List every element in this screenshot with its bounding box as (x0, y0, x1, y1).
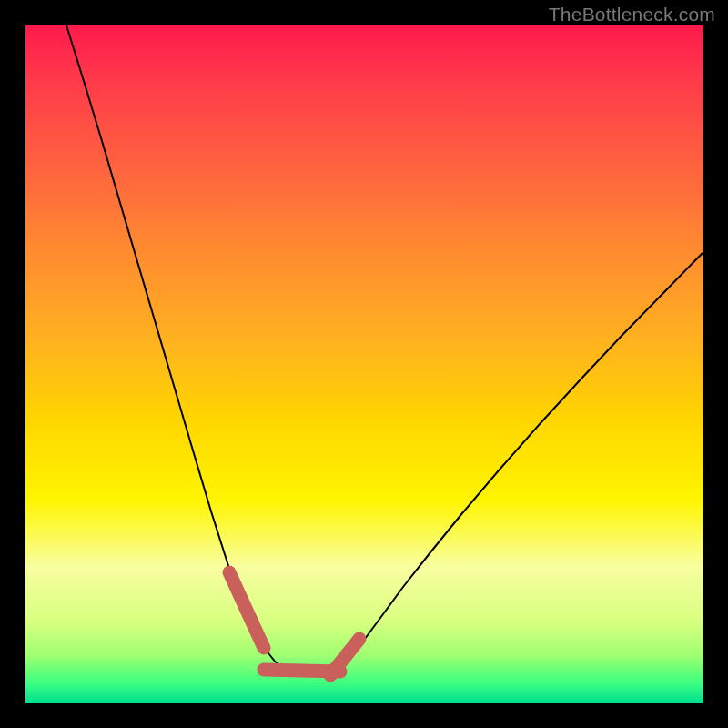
plot-area (25, 25, 703, 703)
chart-frame: TheBottleneck.com (0, 0, 728, 728)
curve-layer (25, 25, 703, 703)
watermark-text: TheBottleneck.com (549, 4, 715, 25)
overlay-mark-1 (229, 572, 264, 648)
curve-right-path (339, 253, 703, 668)
curve-left-path (66, 25, 276, 662)
